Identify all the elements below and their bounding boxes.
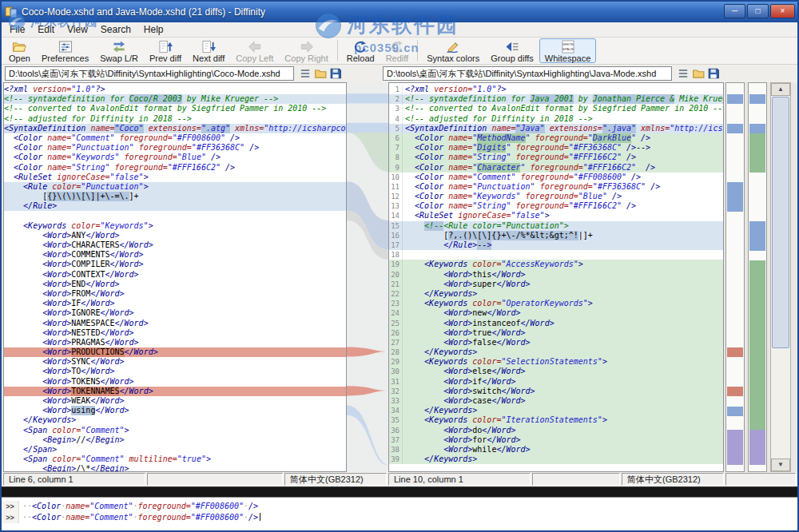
code-line[interactable]: 23 <Keywords color="OperatorKeywords"> <box>389 299 723 308</box>
code-line[interactable]: <Color name="String" foreground="#FFF166… <box>4 163 346 173</box>
right-recent-list-icon[interactable] <box>677 67 690 80</box>
code-line[interactable]: <Word>TOKENS</Word> <box>4 377 346 387</box>
code-line[interactable]: <!-- converted to AvalonEdit format by S… <box>4 104 346 113</box>
code-line[interactable]: 21 <Word>super</Word> <box>389 280 723 289</box>
code-line[interactable]: </Keywords> <box>4 415 346 425</box>
code-line[interactable]: 34 </Keywords> <box>389 406 723 415</box>
code-line[interactable]: 12 <Color name="Keywords" foreground="Bl… <box>389 192 723 201</box>
code-line[interactable]: <Word>NESTED</Word> <box>4 328 346 338</box>
rediff-button[interactable]: Rediff <box>380 38 415 63</box>
code-line[interactable]: <Word>END</Word> <box>4 280 346 289</box>
code-line[interactable]: 38 <Word>while</Word> <box>389 445 723 455</box>
code-line[interactable]: <!-- adjusted for Diffinity in 2018 --> <box>4 114 346 124</box>
code-line[interactable]: 36 <Word>do</Word> <box>389 426 723 435</box>
left-save-icon[interactable] <box>329 67 342 80</box>
diff-map-segment[interactable] <box>749 94 765 104</box>
scrollbar-thumb[interactable] <box>772 97 789 348</box>
code-line[interactable]: 16 [?,.()\[\]{}+\-/%*&lt;&gt;^!|]+ <box>389 231 723 240</box>
code-line[interactable]: 39 </Keywords> <box>389 455 723 464</box>
diff-map-segment[interactable] <box>727 347 743 357</box>
scroll-down-arrow-icon[interactable]: ▼ <box>771 459 790 471</box>
copy-left-button[interactable]: Copy Left <box>230 38 279 63</box>
code-line[interactable]: <Word>SYNC</Word> <box>4 357 346 367</box>
code-line[interactable]: 8 <Color name="String" foreground="#FFF1… <box>389 153 723 162</box>
preferences-button[interactable]: Preferences <box>36 38 94 63</box>
diff-map-segment[interactable] <box>749 260 765 430</box>
diff-map-segment[interactable] <box>727 430 743 465</box>
code-line[interactable]: <Word>CONTEXT</Word> <box>4 270 346 280</box>
code-line[interactable]: <?xml version="1.0"?> <box>4 85 346 94</box>
code-line[interactable]: 19 <Keywords color="AccessKeywords"> <box>389 260 723 269</box>
code-line[interactable]: 9 <Color name="Character" foreground="#F… <box>389 163 723 173</box>
close-button[interactable]: × <box>770 4 795 18</box>
code-line[interactable]: 17 </Rule>--> <box>389 240 723 250</box>
code-line[interactable]: <Word>PRODUCTIONS</Word> <box>4 347 346 357</box>
left-code-pane[interactable]: <?xml version="1.0"?><!-- syntaxdefiniti… <box>3 82 347 472</box>
code-line[interactable]: 24 <Word>new</Word> <box>389 308 723 318</box>
code-line[interactable]: <Word>IF</Word> <box>4 299 346 308</box>
code-line[interactable]: 7 <Color name="Digits" foreground="#FF36… <box>389 143 723 153</box>
code-line[interactable]: <Word>WEAK</Word> <box>4 396 346 406</box>
minimize-button[interactable]: ─ <box>724 4 745 18</box>
code-line[interactable]: 27 <Word>false</Word> <box>389 338 723 347</box>
code-line[interactable]: 6 <Color name="MethodName" foreground="D… <box>389 133 723 143</box>
code-line[interactable]: <Begin>/\*</Begin> <box>4 464 346 472</box>
code-line[interactable]: <Word>CHARACTERS</Word> <box>4 240 346 250</box>
prev-diff-button[interactable]: Prev diff <box>144 38 187 63</box>
code-line[interactable]: 29 <Keywords color="SelectionStatements"… <box>389 357 723 367</box>
diff-map-segment[interactable] <box>749 133 765 173</box>
diff-map-segment[interactable] <box>749 221 765 251</box>
code-line[interactable]: <Word>ANY</Word> <box>4 231 346 240</box>
code-line[interactable]: 35 <Keywords color="IterationStatements"… <box>389 415 723 425</box>
code-line[interactable]: 33 <Word>case</Word> <box>389 396 723 406</box>
left-overview-map[interactable] <box>725 82 745 472</box>
code-line[interactable]: 30 <Word>else</Word> <box>389 367 723 376</box>
code-line[interactable]: <Span color="Comment" multiline="true"> <box>4 455 346 464</box>
code-line[interactable]: 31 <Word>if</Word> <box>389 377 723 387</box>
code-line[interactable]: 37 <Word>for</Word> <box>389 435 723 445</box>
copy-right-button[interactable]: Copy Right <box>279 38 333 63</box>
right-save-icon[interactable] <box>707 67 720 80</box>
code-line[interactable]: 15 <!--<Rule color="Punctuation"> <box>389 221 723 231</box>
code-line[interactable]: </Span> <box>4 445 346 455</box>
title-bar[interactable]: Coco-Mode.xshd and Java-Mode.xshd (21 di… <box>2 2 797 22</box>
horizontal-scrollbar[interactable] <box>2 486 797 497</box>
menu-item-help[interactable]: Help <box>137 23 170 36</box>
menu-item-search[interactable]: Search <box>94 23 137 36</box>
code-line[interactable]: <Word>COMPILER</Word> <box>4 260 346 269</box>
diff-map-segment[interactable] <box>727 94 743 104</box>
menu-item-file[interactable]: File <box>3 23 31 36</box>
whitespace-button[interactable]: WHITESPACEWhitespace <box>539 38 596 63</box>
code-line[interactable]: <RuleSet ignoreCase="false"> <box>4 173 346 182</box>
code-line[interactable]: <Word>TOKENNAMES</Word> <box>4 387 346 396</box>
code-line[interactable]: 10 <Color name="Comment" foreground="#FF… <box>389 173 723 182</box>
left-recent-list-icon[interactable] <box>299 67 312 80</box>
left-browse-folder-icon[interactable] <box>314 67 327 80</box>
code-line[interactable]: <Word>COMMENTS</Word> <box>4 250 346 260</box>
diff-map-segment[interactable] <box>727 387 743 396</box>
code-line[interactable]: <SyntaxDefinition name="Coco" extensions… <box>4 124 346 133</box>
code-line[interactable]: 5<SyntaxDefinition name="Java" extension… <box>389 124 723 133</box>
right-browse-folder-icon[interactable] <box>692 67 705 80</box>
code-line[interactable]: <Color name="Punctuation" foreground="#F… <box>4 143 346 153</box>
code-line[interactable]: 1<?xml version="1.0"?> <box>389 85 723 94</box>
menu-item-view[interactable]: View <box>61 23 94 36</box>
reload-button[interactable]: Reload <box>341 38 380 63</box>
menu-item-edit[interactable]: Edit <box>31 23 61 36</box>
code-line[interactable]: <!-- syntaxdefinition for Coco/R 2003 by… <box>4 94 346 104</box>
diff-map-segment[interactable] <box>727 182 743 212</box>
code-line[interactable]: <Rule color="Punctuation"> <box>4 182 346 192</box>
vertical-scrollbar[interactable]: ▲ ▼ <box>770 82 791 472</box>
code-line[interactable]: <Word>NAMESPACE</Word> <box>4 319 346 328</box>
code-line[interactable]: <Word>using</Word> <box>4 406 346 415</box>
right-file-path-input[interactable] <box>383 66 672 81</box>
code-line[interactable]: 2<!-- syntaxdefinition for Java 2001 by … <box>389 94 723 104</box>
code-line[interactable]: 14 <RuleSet ignoreCase="false"> <box>389 211 723 220</box>
code-line[interactable]: 13 <Color name="String" foreground="#FFF… <box>389 201 723 211</box>
code-line[interactable]: 25 <Word>instanceof</Word> <box>389 319 723 328</box>
swap-l-r-button[interactable]: Swap L/R <box>94 38 144 63</box>
code-line[interactable]: 11 <Color name="Punctuation" foreground=… <box>389 182 723 192</box>
code-line[interactable]: [{}\(\)\[\]|+\-=\.]+ <box>4 192 346 201</box>
scroll-up-arrow-icon[interactable]: ▲ <box>771 83 790 96</box>
group-diffs-button[interactable]: Group diffs <box>485 38 539 63</box>
